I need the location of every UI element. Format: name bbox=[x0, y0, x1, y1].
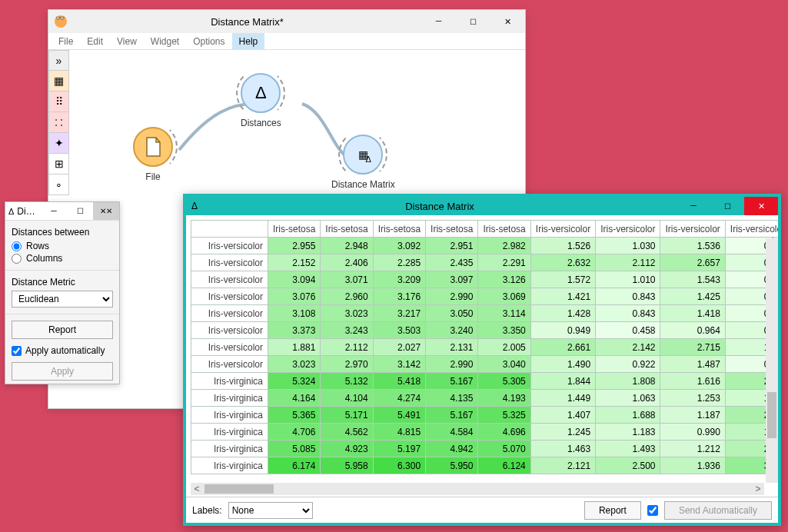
row-header[interactable]: Iris-versicolor bbox=[191, 322, 268, 339]
row-header[interactable]: Iris-versicolor bbox=[191, 271, 268, 288]
tool-cluster-icon[interactable]: ✦ bbox=[48, 133, 69, 154]
matrix-cell[interactable]: 4.584 bbox=[426, 424, 478, 441]
matrix-cell[interactable]: 2.715 bbox=[660, 339, 725, 356]
matrix-cell[interactable]: 2.435 bbox=[426, 254, 478, 271]
matrix-cell[interactable]: 2.955 bbox=[268, 238, 321, 254]
send-auto-checkbox[interactable] bbox=[647, 505, 658, 516]
matrix-cell[interactable]: 3.023 bbox=[268, 356, 321, 373]
matrix-cell[interactable]: 3.240 bbox=[426, 322, 478, 339]
matrix-cell[interactable]: 1.543 bbox=[660, 271, 725, 288]
table-row[interactable]: Iris-virginica5.0854.9235.1974.9425.0701… bbox=[191, 441, 779, 457]
table-row[interactable]: Iris-virginica4.7064.5624.8154.5844.6961… bbox=[191, 424, 779, 441]
matrix-cell[interactable]: 4.164 bbox=[268, 390, 321, 407]
h-scroll-thumb[interactable] bbox=[204, 484, 274, 494]
table-row[interactable]: Iris-versicolor3.3733.2433.5033.2403.350… bbox=[191, 322, 779, 339]
table-row[interactable]: Iris-virginica6.1745.9586.3005.9506.1242… bbox=[191, 457, 779, 474]
di-minimize-button[interactable] bbox=[41, 202, 67, 220]
matrix-cell[interactable]: 3.050 bbox=[426, 305, 478, 322]
matrix-cell[interactable]: 5.171 bbox=[321, 407, 373, 424]
matrix-cell[interactable]: 1.688 bbox=[596, 407, 660, 424]
grid-titlebar[interactable]: Δ Distance Matrix bbox=[186, 197, 778, 215]
table-row[interactable]: Iris-versicolor3.0762.9603.1762.9903.069… bbox=[191, 288, 779, 305]
matrix-cell[interactable]: 5.365 bbox=[268, 407, 321, 424]
row-header[interactable]: Iris-virginica bbox=[191, 457, 268, 474]
matrix-cell[interactable]: 1.183 bbox=[596, 424, 660, 441]
tool-tree-icon[interactable]: ⸬ bbox=[48, 112, 69, 133]
matrix-cell[interactable]: 3.243 bbox=[321, 322, 373, 339]
matrix-cell[interactable]: 1.421 bbox=[530, 288, 595, 305]
matrix-cell[interactable]: 2.982 bbox=[478, 238, 530, 254]
matrix-cell[interactable]: 2.632 bbox=[530, 254, 595, 271]
matrix-cell[interactable]: 4.135 bbox=[426, 390, 478, 407]
matrix-cell[interactable]: 5.197 bbox=[373, 441, 425, 457]
matrix-cell[interactable]: 3.108 bbox=[268, 305, 321, 322]
grid-maximize-button[interactable] bbox=[710, 197, 744, 215]
row-header[interactable]: Iris-virginica bbox=[191, 407, 268, 424]
table-row[interactable]: Iris-versicolor3.0943.0713.2093.0973.126… bbox=[191, 271, 779, 288]
table-row[interactable]: Iris-versicolor2.9552.9483.0922.9512.982… bbox=[191, 238, 779, 254]
matrix-cell[interactable]: 2.112 bbox=[596, 254, 660, 271]
matrix-cell[interactable]: 4.942 bbox=[426, 441, 478, 457]
matrix-cell[interactable]: 3.350 bbox=[478, 322, 530, 339]
matrix-cell[interactable]: 1.253 bbox=[660, 390, 725, 407]
table-row[interactable]: Iris-versicolor3.1083.0233.2173.0503.114… bbox=[191, 305, 779, 322]
row-header[interactable]: Iris-versicolor bbox=[191, 238, 268, 254]
di-close-button[interactable]: ✕ bbox=[93, 202, 119, 220]
matrix-cell[interactable]: 2.285 bbox=[373, 254, 425, 271]
matrix-cell[interactable]: 4.104 bbox=[321, 390, 373, 407]
matrix-cell[interactable]: 1.490 bbox=[530, 356, 595, 373]
col-header[interactable]: Iris-setosa bbox=[426, 221, 478, 238]
radio-rows[interactable]: Rows bbox=[12, 241, 113, 251]
apply-button[interactable]: Apply bbox=[12, 362, 113, 381]
col-header[interactable]: Iris-setosa bbox=[268, 221, 321, 238]
node-file[interactable]: File bbox=[133, 127, 173, 182]
matrix-cell[interactable]: 2.990 bbox=[426, 356, 478, 373]
menu-options[interactable]: Options bbox=[186, 33, 231, 49]
matrix-cell[interactable]: 5.167 bbox=[426, 373, 478, 390]
matrix-cell[interactable]: 1.572 bbox=[530, 271, 595, 288]
tool-grid-icon[interactable]: ⊞ bbox=[48, 154, 69, 175]
matrix-cell[interactable]: 3.126 bbox=[478, 271, 530, 288]
matrix-cell[interactable]: 0.990 bbox=[660, 424, 725, 441]
h-scroll-left-icon[interactable]: < bbox=[191, 483, 203, 495]
matrix-cell[interactable]: 5.418 bbox=[373, 373, 425, 390]
table-row[interactable]: Iris-versicolor3.0232.9703.1422.9903.040… bbox=[191, 356, 779, 373]
apply-auto-checkbox[interactable]: Apply automatically bbox=[12, 345, 113, 356]
node-distance-matrix[interactable]: ▦Δ Distance Matrix bbox=[331, 135, 395, 190]
table-row[interactable]: Iris-versicolor2.1522.4062.2852.4352.291… bbox=[191, 254, 779, 271]
matrix-cell[interactable]: 6.124 bbox=[478, 457, 530, 474]
tool-table-icon[interactable]: ▦ bbox=[48, 71, 69, 91]
matrix-cell[interactable]: 1.526 bbox=[530, 238, 595, 254]
matrix-cell[interactable]: 2.661 bbox=[530, 339, 595, 356]
row-header[interactable]: Iris-versicolor bbox=[191, 356, 268, 373]
matrix-cell[interactable]: 6.174 bbox=[268, 457, 321, 474]
matrix-cell[interactable]: 3.092 bbox=[373, 238, 425, 254]
matrix-cell[interactable]: 3.114 bbox=[478, 305, 530, 322]
matrix-cell[interactable]: 2.142 bbox=[596, 339, 660, 356]
col-header[interactable]: Iris-setosa bbox=[373, 221, 425, 238]
matrix-cell[interactable]: 1.536 bbox=[660, 238, 725, 254]
matrix-cell[interactable]: 5.950 bbox=[426, 457, 478, 474]
row-header[interactable]: Iris-virginica bbox=[191, 424, 268, 441]
matrix-cell[interactable]: 4.193 bbox=[478, 390, 530, 407]
matrix-cell[interactable]: 4.562 bbox=[321, 424, 373, 441]
col-header[interactable]: Iris-setosa bbox=[478, 221, 530, 238]
matrix-cell[interactable]: 5.085 bbox=[268, 441, 321, 457]
matrix-cell[interactable]: 1.425 bbox=[660, 288, 725, 305]
row-header[interactable]: Iris-versicolor bbox=[191, 254, 268, 271]
matrix-cell[interactable]: 1.844 bbox=[530, 373, 595, 390]
matrix-cell[interactable]: 3.142 bbox=[373, 356, 425, 373]
matrix-cell[interactable]: 5.324 bbox=[268, 373, 321, 390]
col-header[interactable]: Iris-versicolor bbox=[530, 221, 595, 238]
menu-file[interactable]: File bbox=[52, 33, 80, 49]
labels-select[interactable]: None bbox=[228, 502, 313, 519]
matrix-cell[interactable]: 1.418 bbox=[660, 305, 725, 322]
matrix-cell[interactable]: 5.305 bbox=[478, 373, 530, 390]
matrix-cell[interactable]: 3.097 bbox=[426, 271, 478, 288]
matrix-cell[interactable]: 2.027 bbox=[373, 339, 425, 356]
matrix-cell[interactable]: 4.706 bbox=[268, 424, 321, 441]
node-distances[interactable]: Δ Distances bbox=[241, 73, 281, 128]
col-header[interactable]: Iris-versicolo bbox=[725, 221, 778, 238]
matrix-cell[interactable]: 3.040 bbox=[478, 356, 530, 373]
matrix-cell[interactable]: 3.209 bbox=[373, 271, 425, 288]
